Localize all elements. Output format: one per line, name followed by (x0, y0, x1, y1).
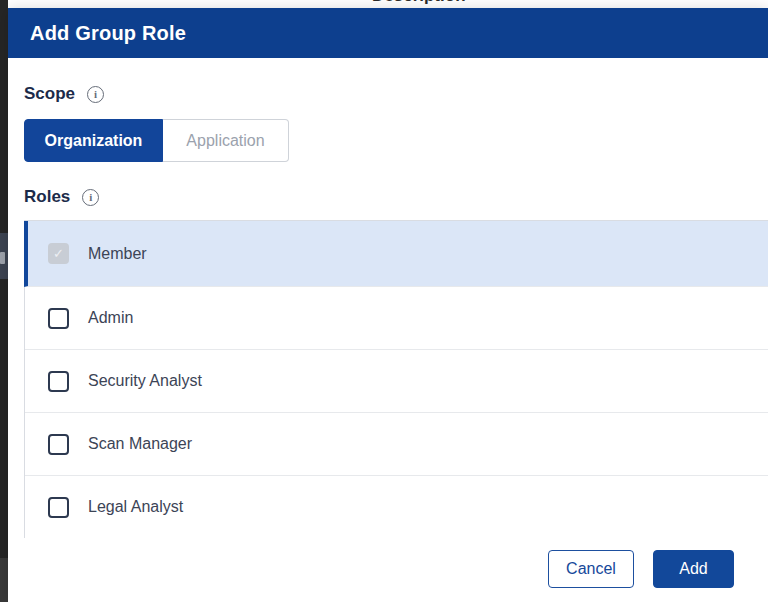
role-label: Legal Analyst (88, 498, 183, 516)
modal-title: Add Group Role (30, 22, 186, 45)
cancel-button[interactable]: Cancel (548, 550, 634, 588)
role-row-member: ✓ Member (24, 221, 768, 287)
background-sidebar-block (0, 558, 8, 602)
screen: Description Add Group Role Scope i Organ… (0, 0, 768, 602)
role-row-admin[interactable]: Admin (25, 287, 768, 350)
add-button[interactable]: Add (653, 550, 734, 588)
role-label: Scan Manager (88, 435, 192, 453)
add-group-role-modal: Add Group Role Scope i Organization Appl… (8, 8, 768, 602)
role-label: Admin (88, 309, 133, 327)
roles-list: ✓ Member Admin Security Analyst Scan Man… (24, 220, 768, 539)
background-page-text: Description (372, 0, 466, 6)
role-row-legal-analyst[interactable]: Legal Analyst (25, 476, 768, 539)
checkbox-admin[interactable] (48, 308, 69, 329)
role-row-scan-manager[interactable]: Scan Manager (25, 413, 768, 476)
roles-field-label: Roles i (24, 187, 99, 207)
checkbox-member: ✓ (48, 243, 69, 264)
modal-footer: Cancel Add (8, 538, 768, 602)
scope-option-organization[interactable]: Organization (24, 119, 163, 162)
role-row-security-analyst[interactable]: Security Analyst (25, 350, 768, 413)
info-icon[interactable]: i (82, 189, 99, 206)
role-label: Member (88, 245, 147, 263)
background-sidebar-glyph (0, 252, 5, 264)
info-icon[interactable]: i (87, 86, 104, 103)
checkbox-legal-analyst[interactable] (48, 497, 69, 518)
modal-header: Add Group Role (8, 8, 768, 58)
scope-field-label: Scope i (24, 84, 104, 104)
background-sidebar-sliver (0, 0, 8, 602)
background-page-strip: Description (8, 0, 768, 8)
scope-label: Scope (24, 84, 75, 104)
roles-label: Roles (24, 187, 70, 207)
scope-option-application[interactable]: Application (163, 119, 289, 162)
checkbox-scan-manager[interactable] (48, 434, 69, 455)
scope-toggle: Organization Application (24, 119, 289, 162)
role-label: Security Analyst (88, 372, 202, 390)
checkbox-security-analyst[interactable] (48, 371, 69, 392)
